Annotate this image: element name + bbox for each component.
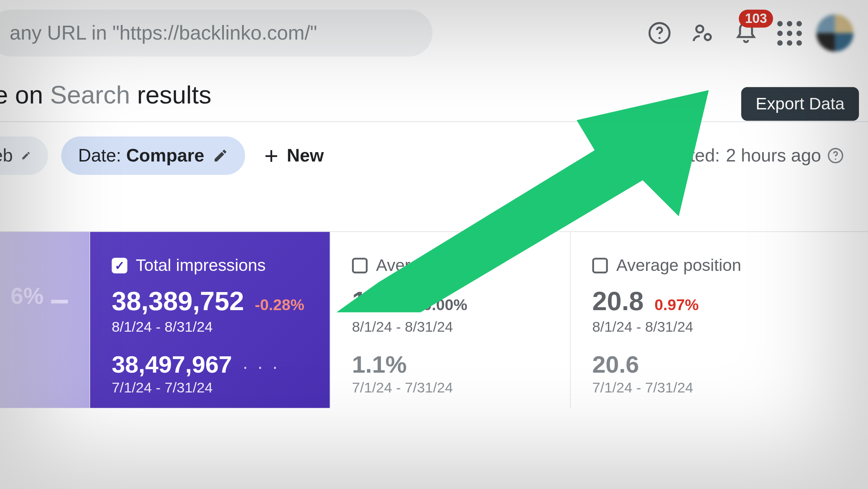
position-value2: 20.6 bbox=[592, 351, 639, 378]
pencil-icon bbox=[21, 148, 31, 164]
add-filter-label: New bbox=[287, 146, 324, 166]
ctr-delta: 0.00% bbox=[423, 296, 467, 314]
search-input[interactable]: any URL in "https://backlinko.com/" bbox=[0, 10, 433, 57]
metrics-row: 6% Total impressions 38,389,752 -0.28% 8… bbox=[0, 231, 868, 408]
users-settings-icon[interactable] bbox=[686, 17, 719, 49]
minus-icon bbox=[51, 300, 68, 303]
ctr-value: 1.1% bbox=[352, 286, 412, 316]
impressions-value2: 38,497,967 bbox=[112, 351, 232, 378]
title-suffix: results bbox=[130, 81, 211, 109]
card-average-ctr[interactable]: Average CTR 1.1% 0.00% 8/1/24 - 8/31/24 … bbox=[331, 232, 571, 408]
account-avatar[interactable] bbox=[816, 15, 853, 52]
help-icon[interactable] bbox=[643, 17, 676, 49]
position-range2: 7/1/24 - 7/31/24 bbox=[592, 379, 789, 396]
position-label: Average position bbox=[616, 256, 741, 275]
impressions-range: 8/1/24 - 8/31/24 bbox=[112, 318, 308, 335]
apps-icon[interactable] bbox=[773, 17, 806, 49]
updated-value: 2 hours ago bbox=[726, 146, 821, 166]
search-text: any URL in "https://backlinko.com/" bbox=[10, 22, 317, 44]
card-average-position[interactable]: Average position 20.8 0.97% 8/1/24 - 8/3… bbox=[571, 232, 811, 408]
ctr-value2: 1.1% bbox=[352, 351, 407, 378]
ctr-range: 8/1/24 - 8/31/24 bbox=[352, 318, 549, 335]
impressions-value: 38,389,752 bbox=[112, 286, 244, 316]
checkbox-icon[interactable] bbox=[352, 258, 368, 273]
card-total-impressions[interactable]: Total impressions 38,389,752 -0.28% 8/1/… bbox=[90, 232, 331, 408]
ctr-label: Average CTR bbox=[376, 256, 478, 275]
svg-point-1 bbox=[659, 37, 661, 39]
position-value: 20.8 bbox=[592, 286, 644, 316]
card-total-clicks[interactable]: 6% bbox=[0, 232, 90, 408]
filter-row: eb Date: Compare + New updated: 2 hours … bbox=[0, 122, 868, 189]
impressions-delta: -0.28% bbox=[255, 296, 304, 314]
ctr-range2: 7/1/24 - 7/31/24 bbox=[352, 379, 549, 396]
svg-point-5 bbox=[835, 158, 836, 160]
pencil-icon bbox=[213, 148, 228, 164]
page-title: e on Search results bbox=[0, 81, 211, 109]
chip-date-text: Date: Compare bbox=[78, 146, 204, 166]
chip-search-type[interactable]: eb bbox=[0, 136, 48, 175]
plus-icon: + bbox=[264, 143, 278, 167]
position-range: 8/1/24 - 8/31/24 bbox=[592, 318, 789, 335]
checkbox-checked-icon[interactable] bbox=[112, 258, 127, 273]
notification-badge: 103 bbox=[739, 10, 773, 28]
add-filter-button[interactable]: + New bbox=[258, 136, 330, 175]
impressions-label: Total impressions bbox=[136, 256, 266, 275]
app-header: any URL in "https://backlinko.com/" 103 bbox=[0, 0, 868, 66]
ellipsis-icon: · · · bbox=[243, 356, 280, 377]
chip-prev-tail: eb bbox=[0, 146, 13, 166]
checkbox-icon[interactable] bbox=[592, 258, 608, 273]
chip-date[interactable]: Date: Compare bbox=[61, 136, 245, 175]
notifications-icon[interactable]: 103 bbox=[730, 17, 762, 49]
title-light: Search bbox=[50, 81, 130, 109]
svg-point-2 bbox=[696, 26, 703, 33]
position-delta: 0.97% bbox=[654, 296, 699, 314]
title-prefix: e on bbox=[0, 81, 50, 109]
help-icon[interactable] bbox=[827, 147, 844, 164]
impressions-range2: 7/1/24 - 7/31/24 bbox=[112, 379, 308, 396]
clicks-value-tail: 6% bbox=[10, 284, 43, 309]
last-updated: updated: 2 hours ago bbox=[650, 146, 844, 166]
export-tooltip: Export Data bbox=[741, 87, 859, 121]
title-row: e on Search results EXPORT bbox=[0, 66, 868, 122]
updated-prefix: updated: bbox=[650, 146, 720, 166]
